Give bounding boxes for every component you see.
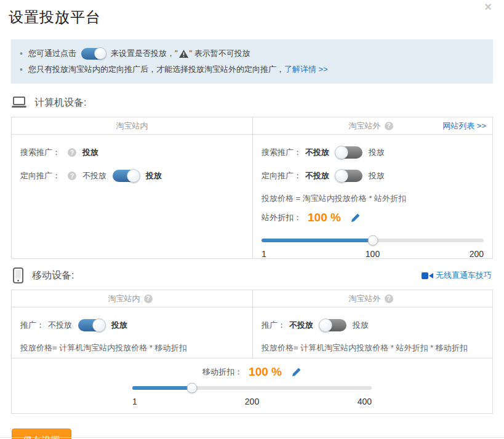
phone-icon	[13, 267, 23, 283]
help-icon[interactable]: ?	[68, 148, 76, 157]
bullet-icon: •	[20, 45, 23, 61]
mobile-discount-row: 移动折扣： 100 % 1 200 400	[12, 358, 492, 413]
computer-outside-search-toggle[interactable]	[335, 146, 362, 159]
mobile-table: 淘宝站内 ? 淘宝站外 ? 推广： 不投放 投放 投放价格= 计算机淘宝站内投放…	[11, 290, 493, 414]
computer-outside-cell: 搜索推广： 不投放 投放 定向推广： 不投放 投放 投放价格 = 淘宝站内投放价…	[252, 135, 492, 258]
outside-slider-labels: 1 100 200	[262, 249, 484, 259]
laptop-icon	[11, 96, 27, 109]
promo-off-label: 不投放	[48, 320, 72, 331]
mobile-inside-header: 淘宝站内 ?	[12, 290, 252, 307]
promo-off-label: 不投放	[289, 320, 313, 331]
slider-knob[interactable]	[367, 235, 378, 246]
dialog-title: 设置投放平台	[9, 7, 493, 27]
mobile-outside-cell: 推广： 不投放 投放 投放价格= 计算机淘宝站内投放价格 * 站外折扣 * 移动…	[252, 307, 492, 358]
toggle-knob[interactable]	[92, 318, 106, 332]
toggle-knob	[94, 47, 106, 60]
mobile-inside-price-formula: 投放价格= 计算机淘宝站内投放价格 * 移动折扣	[20, 342, 244, 354]
outside-discount-slider[interactable]	[262, 235, 484, 245]
mobile-discount-slider[interactable]	[132, 383, 372, 393]
outside-discount-label: 站外折扣：	[262, 212, 302, 223]
search-promo-label: 搜索推广：	[262, 147, 302, 158]
mobile-slider-box: 1 200 400	[132, 383, 372, 407]
notice-line1-post: " 表示暂不可投放	[190, 45, 250, 61]
computer-section-heading: 计算机设备:	[11, 93, 493, 112]
video-camera-icon	[422, 272, 433, 280]
slider-max-label: 200	[470, 249, 484, 259]
slider-mid-label: 200	[245, 397, 259, 406]
mobile-outside-price-formula: 投放价格= 计算机淘宝站内投放价格 * 站外折扣 * 移动折扣	[262, 342, 484, 354]
mobile-discount-label: 移动折扣：	[202, 366, 242, 378]
promo-on-label: 投放	[111, 320, 127, 331]
target-off-label: 不投放	[82, 170, 106, 181]
outside-price-formula: 投放价格 = 淘宝站内投放价格 * 站外折扣	[262, 192, 484, 205]
search-off-label: 不投放	[305, 147, 329, 158]
site-list-link[interactable]: 网站列表 >>	[442, 121, 486, 132]
mobile-outside-header: 淘宝站外 ?	[252, 290, 492, 307]
help-icon[interactable]: ?	[385, 295, 393, 303]
computer-section-label: 计算机设备:	[34, 97, 86, 109]
search-promo-label: 搜索推广：	[20, 147, 60, 158]
computer-table-header: 淘宝站内 淘宝站外 ? 网站列表 >>	[12, 117, 492, 135]
slider-min-label: 1	[132, 397, 137, 406]
promo-on-label: 投放	[353, 320, 369, 331]
mobile-outside-toggle[interactable]	[319, 319, 346, 331]
computer-outside-header: 淘宝站外 ? 网站列表 >>	[252, 117, 492, 134]
mobile-outside-header-label: 淘宝站外	[349, 293, 381, 304]
computer-table: 淘宝站内 淘宝站外 ? 网站列表 >> 搜索推广： ? 投放 定向推广： ? 不…	[11, 117, 493, 259]
toggle-knob[interactable]	[319, 318, 332, 332]
notice-line-2: • 您只有投放淘宝站内的定向推广后，才能选择投放淘宝站外的定向推广， 了解详情 …	[20, 61, 484, 77]
mobile-table-header: 淘宝站内 ? 淘宝站外 ?	[12, 290, 492, 307]
notice-line2-text: 您只有投放淘宝站内的定向推广后，才能选择投放淘宝站外的定向推广，	[28, 61, 284, 77]
learn-more-link[interactable]: 了解详情 >>	[284, 61, 328, 77]
mobile-inside-cell: 推广： 不投放 投放 投放价格= 计算机淘宝站内投放价格 * 移动折扣	[12, 307, 252, 358]
computer-outside-header-label: 淘宝站外	[349, 121, 381, 132]
target-on-label: 投放	[146, 170, 162, 181]
target-promo-label: 定向推广：	[262, 170, 302, 181]
dialog-bottom-border	[0, 437, 504, 438]
notice-line1-mid: 来设置是否投放，"	[111, 45, 178, 61]
computer-inside-header: 淘宝站内	[12, 117, 252, 134]
computer-inside-target-row: 定向推广： ? 不投放 投放	[20, 164, 244, 188]
mobile-section-heading: 移动设备: 无线直通车技巧	[11, 266, 493, 285]
computer-inside-target-toggle[interactable]	[113, 170, 140, 182]
help-icon[interactable]: ?	[144, 295, 153, 303]
promo-label: 推广：	[262, 320, 286, 331]
notice-box: • 您可通过点击 来设置是否投放，" " 表示暂不可投放 • 您只有投放淘宝站内…	[11, 39, 493, 84]
edit-pencil-icon[interactable]	[351, 213, 361, 223]
toggle-knob[interactable]	[335, 146, 348, 159]
mobile-slider-labels: 1 200 400	[132, 397, 372, 407]
target-promo-label: 定向推广：	[20, 170, 60, 181]
toggle-knob[interactable]	[127, 169, 140, 183]
slider-fill	[132, 386, 192, 390]
slider-fill	[262, 239, 373, 242]
search-promo-state: 投放	[82, 147, 98, 158]
slider-knob[interactable]	[187, 383, 198, 394]
promo-label: 推广：	[20, 320, 44, 331]
outside-discount-row: 站外折扣： 100 %	[262, 208, 484, 227]
help-icon[interactable]: ?	[385, 122, 393, 130]
slider-max-label: 400	[358, 397, 372, 406]
mobile-section-label: 移动设备:	[32, 269, 74, 282]
computer-outside-search-row: 搜索推广： 不投放 投放	[262, 141, 484, 164]
mobile-inside-promo-row: 推广： 不投放 投放	[20, 314, 244, 337]
slider-track[interactable]	[132, 386, 372, 390]
help-icon[interactable]: ?	[68, 172, 76, 180]
slider-min-label: 1	[262, 249, 266, 259]
mobile-inside-toggle[interactable]	[78, 319, 105, 331]
mobile-discount-value: 100 %	[249, 365, 282, 379]
search-on-label: 投放	[369, 147, 385, 158]
mobile-outside-promo-row: 推广： 不投放 投放	[262, 314, 484, 337]
edit-pencil-icon[interactable]	[292, 367, 302, 377]
close-icon[interactable]: ×	[482, 1, 494, 14]
mobile-inside-header-label: 淘宝站内	[108, 293, 140, 304]
mobile-table-body: 推广： 不投放 投放 投放价格= 计算机淘宝站内投放价格 * 移动折扣 推广： …	[12, 307, 492, 358]
computer-outside-target-toggle[interactable]	[335, 170, 362, 182]
bullet-icon: •	[20, 61, 23, 77]
example-toggle	[81, 48, 106, 60]
computer-outside-target-row: 定向推广： 不投放 投放	[262, 164, 484, 188]
target-on-label: 投放	[369, 170, 385, 181]
toggle-knob[interactable]	[335, 169, 348, 183]
mobile-discount-line: 移动折扣： 100 %	[12, 363, 492, 381]
wireless-tips-link[interactable]: 无线直通车技巧	[436, 270, 492, 281]
slider-mid-label: 100	[366, 249, 380, 259]
